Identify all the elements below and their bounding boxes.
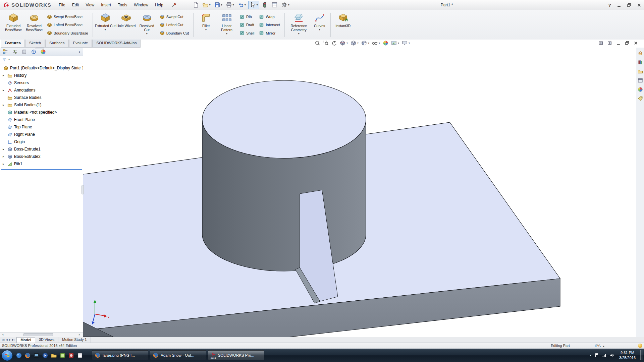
revolved-cut-button[interactable]: Revolved Cut ▾ xyxy=(137,11,157,39)
taskbar-button-solidworks[interactable]: 2016 SOLIDWORKS Pro... xyxy=(208,350,264,360)
status-sphere-icon[interactable] xyxy=(638,344,642,348)
expand-arrow-icon[interactable]: ▸ xyxy=(3,155,7,158)
scroll-left-icon[interactable]: ◂ xyxy=(0,333,5,336)
tree-item-rib1[interactable]: ▸ Rib1 xyxy=(0,160,83,168)
open-button[interactable]: ▾ xyxy=(201,1,212,9)
tab-model[interactable]: Model xyxy=(16,337,35,343)
scroll-right-icon[interactable]: ▸ xyxy=(77,333,82,336)
zoom-to-fit-button[interactable] xyxy=(315,40,320,46)
taskbar-button-large-png[interactable]: large.png (PNG I... xyxy=(92,350,148,360)
menu-window[interactable]: Window xyxy=(130,1,152,9)
boundary-cut-button[interactable]: Boundary Cut xyxy=(158,30,191,36)
print-button[interactable]: ▾ xyxy=(225,1,235,9)
hide-show-items-button[interactable]: ▾ xyxy=(372,40,380,46)
draft-button[interactable]: Draft xyxy=(238,22,256,28)
tab-evaluate[interactable]: Evaluate xyxy=(69,40,92,48)
lofted-boss-base-button[interactable]: Lofted Boss/Base xyxy=(45,22,90,28)
show-hidden-icons-button[interactable]: ▴ xyxy=(590,354,592,357)
design-library-icon[interactable] xyxy=(638,60,643,65)
expand-arrow-icon[interactable]: ▸ xyxy=(3,88,7,92)
save-button[interactable]: ▾ xyxy=(213,1,223,9)
prev-tab-button[interactable]: ◀ xyxy=(6,339,7,341)
help-button[interactable]: ? xyxy=(608,3,611,8)
swept-boss-base-button[interactable]: Swept Boss/Base xyxy=(45,14,90,20)
view-orientation-button[interactable]: ▾ xyxy=(351,40,359,46)
scrollbar-thumb[interactable] xyxy=(23,333,53,336)
quick-launch-icon[interactable] xyxy=(42,352,48,359)
quick-launch-icon[interactable] xyxy=(16,352,22,359)
swept-cut-button[interactable]: Swept Cut xyxy=(158,14,191,20)
model-3d-view[interactable]: x xyxy=(83,48,636,337)
display-style-button[interactable]: ▾ xyxy=(361,40,369,46)
view-settings-button[interactable]: ▾ xyxy=(402,40,410,46)
taskbar-button-adam-snow[interactable]: Adam Snow - Out... xyxy=(150,350,206,360)
tree-item-solid-bodies[interactable]: ▸ Solid Bodies(1) xyxy=(0,101,83,109)
wrap-button[interactable]: Wrap xyxy=(257,14,281,20)
view-palette-icon[interactable] xyxy=(638,78,643,83)
property-manager-tab-icon[interactable] xyxy=(12,49,18,55)
units-selector[interactable]: IPS ▴ xyxy=(591,344,608,348)
edit-appearance-button[interactable] xyxy=(383,40,388,46)
menu-file[interactable]: File xyxy=(55,1,68,9)
graphics-viewport[interactable]: x xyxy=(83,48,636,337)
custom-properties-icon[interactable] xyxy=(638,96,643,101)
tree-item-boss-extrude2[interactable]: ▸ Boss-Extrude2 xyxy=(0,153,83,160)
start-button[interactable] xyxy=(2,350,13,361)
next-tab-button[interactable]: ▶ xyxy=(9,339,11,341)
section-view-button[interactable]: ▾ xyxy=(340,40,348,46)
panel-overflow-chevron-icon[interactable]: › xyxy=(79,50,80,54)
appearances-scenes-icon[interactable] xyxy=(638,87,643,92)
expand-arrow-icon[interactable]: ▸ xyxy=(3,103,7,107)
panel-horizontal-scrollbar[interactable]: ◂ ▸ xyxy=(0,332,83,337)
display-manager-tab-icon[interactable] xyxy=(40,49,46,55)
zoom-to-area-button[interactable] xyxy=(323,40,329,46)
action-center-flag-icon[interactable] xyxy=(594,353,599,358)
options-button[interactable]: ▾ xyxy=(280,1,290,9)
file-explorer-icon[interactable] xyxy=(638,69,643,74)
menu-tools[interactable]: Tools xyxy=(114,1,130,9)
curves-button[interactable]: Curves ▾ xyxy=(311,11,328,39)
instant3d-button[interactable]: Instant3D xyxy=(333,11,354,39)
cylinder-top-face[interactable] xyxy=(202,80,366,158)
quick-launch-icon[interactable] xyxy=(51,352,57,359)
extruded-boss-base-button[interactable]: Extruded Boss/Base xyxy=(3,11,24,39)
expand-arrow-icon[interactable]: ▸ xyxy=(3,147,7,151)
select-tool-button[interactable]: ▾ xyxy=(248,1,259,9)
rebuild-button[interactable] xyxy=(261,1,269,9)
close-button[interactable] xyxy=(637,3,641,7)
panel-splitter-handle-top[interactable] xyxy=(36,47,44,49)
pin-menu-icon[interactable] xyxy=(171,2,177,8)
restore-button[interactable] xyxy=(627,3,631,7)
tree-item-history[interactable]: ▸ History xyxy=(0,72,83,79)
show-desktop-button[interactable] xyxy=(640,350,643,360)
doc-close-button[interactable] xyxy=(634,41,638,45)
dimxpert-manager-tab-icon[interactable] xyxy=(31,49,37,55)
tree-item-annotations[interactable]: ▸ Annotations xyxy=(0,86,83,94)
new-document-button[interactable] xyxy=(192,1,200,9)
tree-item-boss-extrude1[interactable]: ▸ Boss-Extrude1 xyxy=(0,145,83,153)
doc-minimize-button[interactable] xyxy=(616,41,621,45)
extruded-cut-button[interactable]: Extruded Cut ▾ xyxy=(95,11,116,39)
tab-3d-views[interactable]: 3D Views xyxy=(35,337,58,343)
last-tab-button[interactable]: ▶| xyxy=(12,339,14,341)
solidworks-resources-icon[interactable] xyxy=(638,51,643,56)
menu-edit[interactable]: Edit xyxy=(69,1,83,9)
expand-arrow-icon[interactable]: ▸ xyxy=(3,162,7,166)
quick-launch-icon[interactable] xyxy=(24,352,31,359)
quick-launch-icon[interactable] xyxy=(77,352,83,359)
tree-item-material[interactable]: Material <not specified> xyxy=(0,109,83,116)
rib-button[interactable]: Rib xyxy=(238,14,256,20)
tree-item-origin[interactable]: Origin xyxy=(0,138,83,145)
undo-button[interactable]: ▾ xyxy=(236,1,247,9)
hole-wizard-button[interactable]: Hole Wizard xyxy=(116,11,137,39)
reference-geometry-button[interactable]: Reference Geometry ▾ xyxy=(287,11,311,39)
panel-splitter-handle-side[interactable] xyxy=(82,185,84,194)
revolved-boss-base-button[interactable]: Revolved Boss/Base xyxy=(24,11,45,39)
configuration-manager-tab-icon[interactable] xyxy=(21,49,27,55)
tab-surfaces[interactable]: Surfaces xyxy=(45,40,68,48)
quick-launch-icon[interactable] xyxy=(68,352,74,359)
tab-solidworks-add-ins[interactable]: SOLIDWORKS Add-Ins xyxy=(92,40,141,48)
feature-manager-tab-icon[interactable] xyxy=(3,49,8,55)
lofted-cut-button[interactable]: Lofted Cut xyxy=(158,22,191,28)
shell-button[interactable]: Shell xyxy=(238,30,256,36)
